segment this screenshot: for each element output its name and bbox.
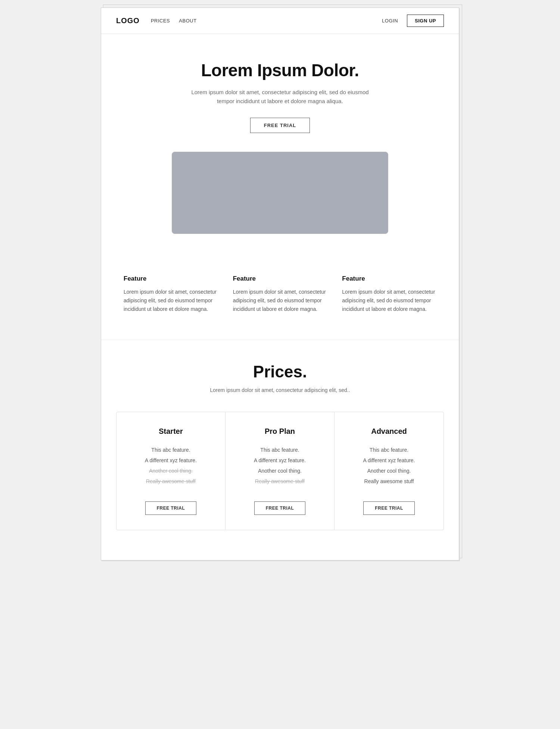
feature-text-2: Lorem ipsum dolor sit amet, consectetur …: [233, 288, 327, 313]
pricing-col-pro: Pro Plan This abc feature. A different x…: [225, 412, 335, 530]
plan-name-starter: Starter: [128, 427, 214, 436]
plan-cta-pro[interactable]: FREE TRIAL: [254, 501, 306, 515]
feature-text-1: Lorem ipsum dolor sit amet, consectetur …: [124, 288, 218, 313]
plan-feature-starter-2: A different xyz feature.: [128, 455, 214, 466]
nav-login[interactable]: LOGIN: [382, 18, 398, 24]
pricing-title: Prices.: [116, 362, 444, 381]
plan-feature-advanced-1: This abc feature.: [346, 445, 432, 455]
page-frame: LOGO PRICES ABOUT LOGIN SIGN UP Lorem Ip…: [101, 7, 459, 560]
plan-feature-starter-3: Another cool thing.: [128, 466, 214, 476]
pricing-col-starter: Starter This abc feature. A different xy…: [116, 412, 225, 530]
feature-text-3: Lorem ipsum dolor sit amet, consectetur …: [342, 288, 436, 313]
nav-right: LOGIN SIGN UP: [382, 15, 444, 27]
pricing-grid: Starter This abc feature. A different xy…: [116, 412, 444, 530]
nav-prices[interactable]: PRICES: [151, 18, 170, 24]
features-section: Feature Lorem ipsum dolor sit amet, cons…: [101, 249, 459, 340]
plan-feature-advanced-4: Really awesome stuff: [346, 476, 432, 486]
plan-feature-starter-1: This abc feature.: [128, 445, 214, 455]
plan-name-advanced: Advanced: [346, 427, 432, 436]
plan-feature-advanced-2: A different xyz feature.: [346, 455, 432, 466]
nav-links: PRICES ABOUT: [151, 18, 382, 24]
feature-title-2: Feature: [233, 275, 327, 282]
signup-button[interactable]: SIGN UP: [407, 15, 444, 27]
pricing-section: Prices. Lorem ipsum dolor sit amet, cons…: [101, 340, 459, 560]
plan-features-starter: This abc feature. A different xyz featur…: [128, 445, 214, 486]
hero-image: [172, 152, 388, 234]
plan-feature-pro-4: Really awesome stuff: [237, 476, 323, 486]
pricing-col-advanced: Advanced This abc feature. A different x…: [335, 412, 444, 530]
plan-cta-starter[interactable]: FREE TRIAL: [145, 501, 197, 515]
navbar: LOGO PRICES ABOUT LOGIN SIGN UP: [101, 8, 459, 34]
features-grid: Feature Lorem ipsum dolor sit amet, cons…: [124, 275, 436, 313]
free-trial-button[interactable]: FREE TRIAL: [250, 118, 310, 133]
nav-about[interactable]: ABOUT: [179, 18, 196, 24]
plan-cta-advanced[interactable]: FREE TRIAL: [363, 501, 415, 515]
hero-title: Lorem Ipsum Dolor.: [116, 60, 444, 80]
plan-features-pro: This abc feature. A different xyz featur…: [237, 445, 323, 486]
feature-title-3: Feature: [342, 275, 436, 282]
hero-subtitle: Lorem ipsum dolor sit amet, consectetur …: [190, 88, 370, 106]
feature-item-3: Feature Lorem ipsum dolor sit amet, cons…: [342, 275, 436, 313]
logo: LOGO: [116, 16, 140, 25]
plan-feature-pro-1: This abc feature.: [237, 445, 323, 455]
hero-section: Lorem Ipsum Dolor. Lorem ipsum dolor sit…: [101, 34, 459, 249]
pricing-subtitle: Lorem ipsum dolor sit amet, consectetur …: [116, 387, 444, 393]
plan-feature-pro-3: Another cool thing.: [237, 466, 323, 476]
plan-features-advanced: This abc feature. A different xyz featur…: [346, 445, 432, 486]
plan-feature-advanced-3: Another cool thing.: [346, 466, 432, 476]
feature-item-2: Feature Lorem ipsum dolor sit amet, cons…: [233, 275, 327, 313]
plan-feature-pro-2: A different xyz feature.: [237, 455, 323, 466]
feature-title-1: Feature: [124, 275, 218, 282]
plan-feature-starter-4: Really awesome stuff: [128, 476, 214, 486]
plan-name-pro: Pro Plan: [237, 427, 323, 436]
feature-item-1: Feature Lorem ipsum dolor sit amet, cons…: [124, 275, 218, 313]
